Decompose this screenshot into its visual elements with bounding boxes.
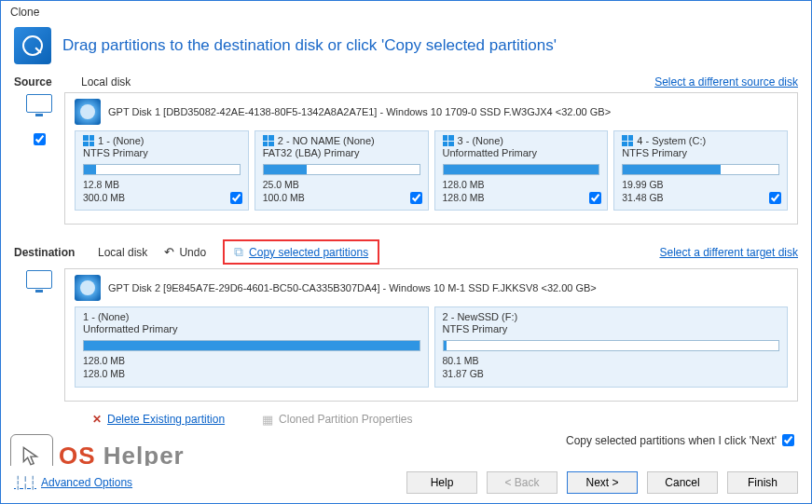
partition-title: 2 - NO NAME (None) [263, 135, 420, 146]
delete-existing-partition-label: Delete Existing partition [107, 413, 225, 426]
windows-icon [443, 135, 454, 146]
source-section-header: Source Local disk Select a different sou… [1, 74, 811, 90]
partition-sizes: 12.8 MB300.0 MB [83, 179, 241, 204]
source-disk-panel: GPT Disk 1 [DBD35082-42AE-4138-80F5-1342… [64, 92, 798, 225]
destination-disk-title: GPT Disk 2 [9E845A7E-29D6-4601-BC50-CA33… [108, 282, 597, 293]
hdd-icon [75, 275, 101, 301]
destination-disk-area: GPT Disk 2 [9E845A7E-29D6-4601-BC50-CA33… [1, 266, 811, 408]
source-location: Local disk [81, 75, 131, 89]
footer-buttons: Help < Back Next > Cancel Finish [406, 471, 798, 494]
destination-disk-header: GPT Disk 2 [9E845A7E-29D6-4601-BC50-CA33… [75, 275, 788, 301]
partition-type: NTFS Primary [83, 147, 241, 158]
next-button[interactable]: Next > [567, 471, 638, 494]
partition-actions-row: ✕ Delete Existing partition ▦ Cloned Par… [1, 409, 811, 430]
properties-icon: ▦ [262, 413, 273, 427]
undo-label: Undo [179, 246, 206, 259]
undo-icon: ↶ [164, 245, 174, 259]
partition[interactable]: 1 - (None)NTFS Primary12.8 MB300.0 MB [75, 130, 249, 211]
source-side-col [14, 92, 64, 225]
usage-bar [443, 164, 600, 175]
advanced-options-label: Advanced Options [41, 476, 132, 489]
partition-checkbox[interactable] [769, 192, 781, 204]
partition[interactable]: 1 - (None)Unformatted Primary128.0 MB128… [75, 306, 429, 387]
usage-bar [83, 164, 241, 175]
undo-button[interactable]: ↶ Undo [164, 245, 206, 259]
help-button[interactable]: Help [406, 471, 477, 494]
windows-icon [622, 135, 633, 146]
partition[interactable]: 2 - NewSSD (F:)NTFS Primary80.1 MB31.87 … [434, 306, 789, 387]
partition-title: 1 - (None) [83, 135, 241, 146]
cloned-partition-properties-label: Cloned Partition Properties [279, 413, 412, 426]
delete-x-icon: ✕ [92, 413, 102, 426]
usage-bar [622, 164, 779, 175]
partition-sizes: 25.0 MB100.0 MB [263, 179, 420, 204]
hdd-icon [75, 99, 101, 125]
usage-bar [83, 340, 420, 351]
partition-type: Unformatted Primary [83, 323, 420, 334]
partition-title: 1 - (None) [83, 311, 420, 322]
partition-title: 4 - System (C:) [622, 135, 779, 146]
partition[interactable]: 3 - (None)Unformatted Primary128.0 MB128… [434, 130, 609, 211]
partition-title: 3 - (None) [443, 135, 600, 146]
windows-icon [83, 135, 94, 146]
partition-checkbox[interactable] [410, 192, 422, 204]
partition-checkbox[interactable] [230, 192, 242, 204]
cloned-partition-properties: ▦ Cloned Partition Properties [262, 413, 412, 427]
destination-disk-panel: GPT Disk 2 [9E845A7E-29D6-4601-BC50-CA33… [64, 268, 798, 401]
back-button[interactable]: < Back [487, 471, 557, 494]
partition-title: 2 - NewSSD (F:) [443, 311, 780, 322]
select-different-source-link[interactable]: Select a different source disk [654, 75, 798, 89]
destination-label: Destination [14, 246, 81, 259]
destination-side-col [14, 268, 64, 401]
finish-button[interactable]: Finish [727, 471, 798, 494]
copy-on-next-checkbox[interactable] [782, 434, 794, 446]
destination-section-header: Destination Local disk ↶ Undo ⧉ Copy sel… [1, 232, 811, 266]
sliders-icon: ┆╎┆ [14, 475, 36, 490]
partition-type: NTFS Primary [443, 323, 780, 334]
copy-selected-highlight: ⧉ Copy selected partitions [223, 239, 379, 265]
partition-type: NTFS Primary [622, 147, 779, 158]
monitor-icon [26, 270, 52, 289]
partition[interactable]: 4 - System (C:)NTFS Primary19.99 GB31.48… [613, 130, 788, 211]
header: Drag partitions to the destination disk … [1, 23, 811, 74]
windows-icon [263, 135, 274, 146]
partition-sizes: 128.0 MB128.0 MB [83, 355, 420, 380]
select-different-target-link[interactable]: Select a different target disk [659, 246, 798, 259]
partition-type: Unformatted Primary [443, 147, 600, 158]
copy-on-next-row: Copy selected partitions when I click 'N… [1, 430, 811, 451]
source-disk-title: GPT Disk 1 [DBD35082-42AE-4138-80F5-1342… [108, 106, 611, 117]
partition-sizes: 128.0 MB128.0 MB [443, 179, 600, 204]
delete-existing-partition[interactable]: ✕ Delete Existing partition [92, 413, 225, 427]
partition-sizes: 80.1 MB31.87 GB [443, 355, 780, 380]
copy-on-next-label: Copy selected partitions when I click 'N… [566, 434, 777, 447]
footer: ┆╎┆ Advanced Options Help < Back Next > … [1, 466, 811, 503]
clone-icon [14, 27, 51, 64]
partition[interactable]: 2 - NO NAME (None)FAT32 (LBA) Primary25.… [255, 130, 429, 211]
destination-location: Local disk [98, 246, 147, 259]
partition-type: FAT32 (LBA) Primary [263, 147, 420, 158]
header-text: Drag partitions to the destination disk … [62, 36, 557, 55]
cancel-button[interactable]: Cancel [647, 471, 718, 494]
source-disk-area: GPT Disk 1 [DBD35082-42AE-4138-80F5-1342… [1, 90, 811, 232]
window-title: Clone [1, 1, 811, 23]
copy-icon: ⧉ [234, 244, 243, 260]
source-disk-header: GPT Disk 1 [DBD35082-42AE-4138-80F5-1342… [75, 99, 788, 125]
copy-selected-partitions-link[interactable]: Copy selected partitions [249, 246, 368, 259]
partition-checkbox[interactable] [589, 192, 601, 204]
source-disk-checkbox[interactable] [34, 133, 46, 145]
partition-sizes: 19.99 GB31.48 GB [622, 179, 779, 204]
usage-bar [443, 340, 780, 351]
advanced-options-link[interactable]: ┆╎┆ Advanced Options [14, 475, 132, 490]
usage-bar [263, 164, 420, 175]
monitor-icon [26, 94, 52, 113]
source-label: Source [14, 75, 81, 89]
